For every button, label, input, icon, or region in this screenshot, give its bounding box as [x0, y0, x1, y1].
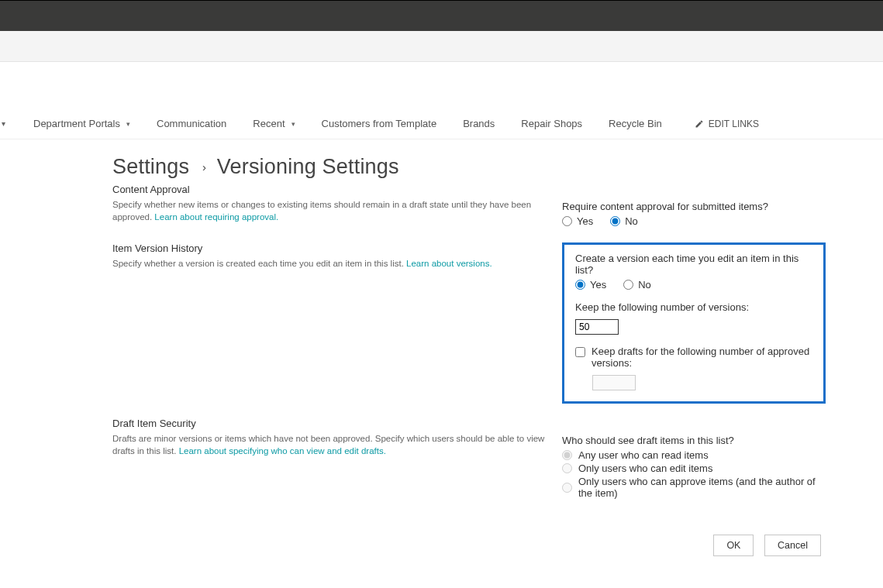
- breadcrumb-sep-icon: ›: [202, 160, 206, 174]
- version-radio-row: Yes No: [575, 279, 812, 291]
- keep-versions-input[interactable]: [575, 319, 619, 335]
- caret-down-icon[interactable]: ▾: [126, 120, 130, 128]
- nav-customers-template[interactable]: Customers from Template: [312, 108, 447, 139]
- learn-versions-link[interactable]: Learn about versions.: [406, 259, 492, 268]
- nav-label: Department Portals: [33, 118, 120, 129]
- yes-text: Yes: [590, 279, 606, 291]
- header-spacer: [0, 62, 883, 108]
- desc-text: Specify whether a version is created eac…: [112, 259, 406, 268]
- cancel-button[interactable]: Cancel: [764, 535, 821, 556]
- opt-text: Only users who can approve items (and th…: [578, 476, 826, 499]
- no-text: No: [638, 279, 651, 291]
- version-question: Create a version each time you edit an i…: [575, 253, 812, 276]
- keep-versions-label: Keep the following number of versions:: [575, 301, 812, 313]
- caret-down-icon[interactable]: ▾: [0, 119, 10, 128]
- yes-text: Yes: [577, 215, 593, 227]
- draft-opt-approve-radio[interactable]: [562, 483, 572, 493]
- button-row: OK Cancel: [112, 514, 883, 556]
- opt-text: Any user who can read items: [578, 449, 709, 461]
- draft-opt-edit[interactable]: Only users who can edit items: [562, 462, 826, 474]
- version-no-radio[interactable]: [623, 280, 633, 290]
- nav-brands[interactable]: Brands: [454, 108, 504, 139]
- nav-repair-shops[interactable]: Repair Shops: [512, 108, 592, 139]
- page-content: Settings › Versioning Settings Content A…: [0, 139, 883, 556]
- edit-links-label: EDIT LINKS: [709, 119, 759, 129]
- content-approval-desc: Specify whether new items or changes to …: [112, 198, 547, 223]
- learn-drafts-link[interactable]: Learn about specifying who can view and …: [179, 446, 386, 456]
- nav-department-portals[interactable]: Department Portals ▾: [24, 108, 140, 139]
- ribbon-bar: [0, 31, 883, 62]
- version-no-label[interactable]: No: [623, 279, 651, 291]
- breadcrumb-page: Versioning Settings: [217, 155, 399, 178]
- version-yes-label[interactable]: Yes: [575, 279, 606, 291]
- content-approval-section: Content Approval Specify whether new ite…: [112, 184, 883, 229]
- version-yes-radio[interactable]: [575, 280, 585, 290]
- draft-security-desc: Drafts are minor versions or items which…: [112, 432, 547, 457]
- draft-opt-any[interactable]: Any user who can read items: [562, 449, 826, 461]
- approval-question: Require content approval for submitted i…: [562, 201, 826, 212]
- draft-security-title: Draft Item Security: [112, 418, 547, 429]
- keep-drafts-input[interactable]: [592, 375, 636, 390]
- draft-question: Who should see draft items in this list?: [562, 435, 826, 446]
- learn-approval-link[interactable]: Learn about requiring approval.: [154, 212, 278, 222]
- opt-text: Only users who can edit items: [578, 462, 712, 474]
- version-history-section: Item Version History Specify whether a v…: [112, 242, 883, 404]
- nav-label: Customers from Template: [322, 118, 437, 129]
- version-highlight-box: Create a version each time you edit an i…: [562, 242, 826, 404]
- suite-bar: [0, 0, 883, 31]
- nav-recent[interactable]: Recent ▾: [243, 108, 304, 139]
- draft-opt-approve[interactable]: Only users who can approve items (and th…: [562, 476, 826, 499]
- version-history-desc: Specify whether a version is created eac…: [112, 257, 547, 270]
- breadcrumb: Settings › Versioning Settings: [112, 155, 883, 179]
- nav-communication[interactable]: Communication: [147, 108, 236, 139]
- ok-button[interactable]: OK: [713, 535, 754, 556]
- version-history-title: Item Version History: [112, 242, 547, 254]
- nav-label: Communication: [157, 118, 226, 129]
- keep-drafts-label: Keep drafts for the following number of …: [592, 346, 812, 369]
- keep-drafts-checkbox[interactable]: [575, 347, 585, 357]
- draft-security-section: Draft Item Security Drafts are minor ver…: [112, 418, 883, 500]
- pencil-icon: [695, 119, 704, 129]
- approval-radio-row: Yes No: [562, 215, 826, 227]
- approval-no-label[interactable]: No: [610, 215, 638, 227]
- top-nav: ▾ Department Portals ▾ Communication Rec…: [0, 108, 883, 139]
- keep-drafts-row: Keep drafts for the following number of …: [575, 346, 812, 369]
- approval-no-radio[interactable]: [610, 216, 620, 226]
- nav-label: Recent: [253, 118, 285, 129]
- nav-recycle-bin[interactable]: Recycle Bin: [599, 108, 671, 139]
- nav-label: Repair Shops: [521, 118, 582, 129]
- draft-options: Any user who can read items Only users w…: [562, 449, 826, 499]
- edit-links-button[interactable]: EDIT LINKS: [685, 119, 768, 129]
- content-approval-title: Content Approval: [112, 184, 547, 195]
- breadcrumb-root[interactable]: Settings: [112, 155, 189, 178]
- nav-label: Brands: [463, 118, 495, 129]
- approval-yes-label[interactable]: Yes: [562, 215, 593, 227]
- no-text: No: [625, 215, 638, 227]
- approval-yes-radio[interactable]: [562, 216, 572, 226]
- draft-opt-edit-radio[interactable]: [562, 463, 572, 473]
- caret-down-icon[interactable]: ▾: [291, 120, 295, 128]
- nav-label: Recycle Bin: [609, 118, 662, 129]
- draft-opt-any-radio[interactable]: [562, 450, 572, 460]
